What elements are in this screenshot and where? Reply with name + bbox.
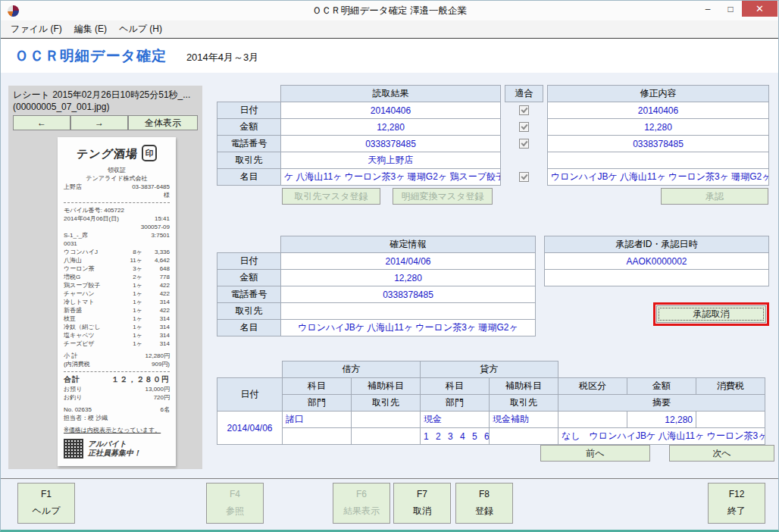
- receipt-image: テング酒場 印 領収証 テンアライド株式会社 上野店 03-3837-6485 …: [58, 137, 176, 466]
- recruit-line1: アルバイト: [88, 440, 141, 449]
- close-button[interactable]: ✕: [742, 1, 777, 17]
- debit-subject-cell[interactable]: 諸口: [283, 412, 352, 428]
- journal-date-cell[interactable]: 2014/04/06: [217, 412, 283, 445]
- journal-row: 1 2 3 4 5 6 7 なし ウロンハイJBケ 八海山11ヶ ウーロン茶3ヶ…: [217, 428, 765, 445]
- credit-group-header: 貸方: [421, 361, 558, 378]
- receipt-viewer-panel: レシート 2015年02月26日10時25分51秒_... (00000005_…: [8, 86, 202, 469]
- table-row: 取引先: [217, 303, 536, 320]
- receipt-date: 2014年04月06日(日): [64, 214, 119, 223]
- reading-vendor-field[interactable]: 天狗上野店: [281, 152, 501, 169]
- correction-header: 修正内容: [548, 86, 769, 102]
- confirmed-name-field[interactable]: ウロンハイJBケ 八海山11ヶ ウーロン茶3ヶ 珊瑚G2ヶ: [281, 320, 536, 336]
- credit-sub-cell[interactable]: 現金補助: [490, 412, 558, 428]
- receipt-item: 冷奴（絹ごし1ヶ314: [64, 323, 170, 331]
- correction-date-field[interactable]: 20140406: [548, 102, 769, 119]
- receipt-title: 領収証: [64, 166, 170, 174]
- divider: [64, 371, 170, 372]
- receipt-mobile-no: モバイル番号: 405722: [64, 206, 170, 214]
- shop-seal-icon: 印: [142, 145, 157, 161]
- receipt-item: ウコンハイJ8ヶ3,336: [64, 248, 170, 256]
- correction-amount-field[interactable]: 12,280: [548, 119, 769, 136]
- confirmed-vendor-field[interactable]: [281, 303, 536, 320]
- receipt-time: 15:41: [155, 214, 170, 223]
- receipt-item: 新香盛1ヶ422: [64, 306, 170, 315]
- page-header: ＯＣＲ明細データ確定 2014年4月～3月: [1, 39, 778, 73]
- menu-edit[interactable]: 編集 (E): [69, 20, 112, 38]
- confirmed-date-field[interactable]: 2014/04/06: [281, 253, 536, 270]
- credit-subject-cell[interactable]: 現金: [421, 412, 490, 428]
- reading-phone-field[interactable]: 0338378485: [281, 136, 501, 152]
- correction-vendor-field[interactable]: [548, 152, 769, 169]
- f7-cancel-button[interactable]: F7取消: [393, 483, 451, 524]
- f12-exit-button[interactable]: F12終了: [708, 483, 765, 524]
- reading-name-field[interactable]: ケ 八海山11ヶ ウーロン茶3ヶ 珊瑚G2ヶ 鶏スープ餃子1ヶ チャ: [281, 169, 501, 186]
- f1-help-button[interactable]: F1ヘルプ: [17, 483, 75, 524]
- receipt-phone: 03-3837-6485: [132, 183, 170, 191]
- qr-code: [64, 439, 83, 458]
- match-checkbox-name[interactable]: [519, 172, 529, 182]
- debit-dept-cell[interactable]: [283, 428, 352, 445]
- summary-cell[interactable]: なし ウロンハイJBケ 八海山11ヶ ウーロン茶3ヶ 珊瑚G2ヶ: [558, 428, 765, 445]
- divider: [64, 202, 170, 203]
- receipt-table-no: 3:7501: [152, 231, 170, 239]
- confirmed-amount-field[interactable]: 12,280: [281, 270, 536, 286]
- match-checkbox-phone[interactable]: [519, 139, 529, 149]
- receipt-subtotal: 小 計12,280円: [64, 352, 170, 360]
- approve-button[interactable]: 承認: [661, 188, 768, 205]
- f4-reference-button[interactable]: F4参照: [206, 483, 264, 524]
- table-row: 日付 2014/04/06: [217, 253, 536, 270]
- receipt-tax: (内消費税909円): [64, 360, 170, 368]
- full-view-button[interactable]: 全体表示: [128, 115, 198, 130]
- credit-vendor-cell[interactable]: [490, 428, 558, 445]
- confirmed-info-table: 確定情報 日付 2014/04/06 金額 12,280 電話番号 033837…: [217, 236, 536, 336]
- f8-register-button[interactable]: F8登録: [455, 483, 513, 524]
- receipt-item: チーズピザ1ヶ314: [64, 340, 170, 348]
- receipt-item: 枝豆1ヶ314: [64, 315, 170, 323]
- receipt-item: ウーロン茶3ヶ648: [64, 264, 170, 273]
- confirmed-phone-field[interactable]: 0338378485: [281, 286, 536, 303]
- journal-row: 2014/04/06 諸口 現金 現金補助 12,280: [217, 412, 765, 428]
- debit-group-header: 借方: [283, 361, 421, 378]
- maximize-button[interactable]: □: [719, 1, 742, 17]
- next-button[interactable]: 次へ: [669, 445, 774, 462]
- table-row: 電話番号 0338378485: [217, 286, 536, 303]
- receipt-prev-button[interactable]: ←: [13, 115, 70, 130]
- table-row: 金額 12,280 12,280: [217, 119, 769, 136]
- approver-id-field[interactable]: AAOK0000002: [545, 253, 769, 270]
- correction-name-field[interactable]: ウロンハイJBケ 八海山11ヶ ウーロン茶3ヶ 珊瑚G2ヶ: [548, 169, 769, 186]
- receipt-item: 鶏スープ餃子1ヶ422: [64, 281, 170, 289]
- menu-help[interactable]: ヘルプ (H): [114, 20, 167, 38]
- tax-class-cell[interactable]: [558, 412, 627, 428]
- amount-cell[interactable]: 12,280: [627, 412, 696, 428]
- approval-datetime-field[interactable]: [545, 270, 769, 286]
- receipt-branch: 上野店: [64, 183, 82, 191]
- f6-result-display-button[interactable]: F6結果表示: [333, 483, 390, 524]
- confirmed-info-header: 確定情報: [281, 236, 536, 253]
- receipt-next-button[interactable]: →: [70, 115, 128, 130]
- journal-table: 借方 貸方 日付 科目 補助科目 科目 補助科目 税区分 金額 消費税 部門 取…: [217, 361, 765, 445]
- approval-cancel-button[interactable]: 承認取消: [656, 305, 766, 323]
- reading-date-field[interactable]: 20140406: [281, 102, 501, 119]
- reading-result-table: 読取結果 適合 修正内容 日付 20140406 20140406 金額 12,…: [217, 85, 769, 186]
- receipt-item: 冷しトマト1ヶ314: [64, 298, 170, 306]
- receipt-caption-line2: (00000005_07_001.jpg): [13, 101, 198, 113]
- debit-vendor-cell[interactable]: [352, 428, 421, 445]
- reading-amount-field[interactable]: 12,280: [281, 119, 501, 136]
- receipt-slip-no: 300057-09: [64, 223, 170, 231]
- function-key-bar: F1ヘルプ F4参照 F6結果表示 F7取消 F8登録 F12終了: [1, 478, 779, 530]
- consumption-tax-cell[interactable]: [696, 412, 765, 428]
- correction-phone-field[interactable]: 0338378485: [548, 136, 769, 152]
- minimize-button[interactable]: –: [696, 1, 719, 17]
- prev-button[interactable]: 前へ: [540, 445, 650, 462]
- match-checkbox-date[interactable]: [519, 105, 529, 115]
- table-row: 電話番号 0338378485 0338378485: [217, 136, 769, 152]
- detail-convert-master-register-button[interactable]: 明細変換マスタ登録: [393, 188, 493, 205]
- journal-date-header: 日付: [217, 378, 283, 412]
- menu-file[interactable]: ファイル (F): [5, 20, 67, 38]
- window-title: ＯＣＲ明細データ確定 澤邉一般企業: [1, 5, 778, 17]
- vendor-master-register-button[interactable]: 取引先マスタ登録: [282, 188, 380, 205]
- receipt-company: テンアライド株式会社: [64, 174, 170, 183]
- debit-sub-cell[interactable]: [352, 412, 421, 428]
- credit-dept-cell[interactable]: 1 2 3 4 5 6 7: [421, 428, 490, 445]
- match-checkbox-amount[interactable]: [519, 122, 529, 132]
